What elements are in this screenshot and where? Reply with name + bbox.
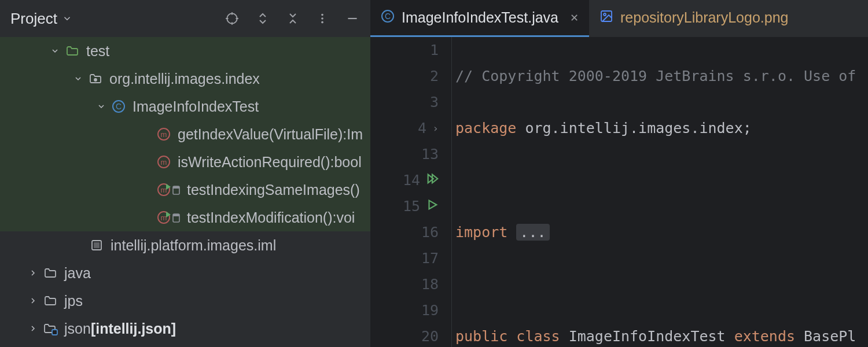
- gutter-row[interactable]: 4›: [370, 115, 444, 141]
- gutter-row[interactable]: 18: [370, 271, 444, 297]
- tree-item[interactable]: mtestIndexingSameImages(): [0, 176, 370, 204]
- tree-item[interactable]: misWriteActionRequired():bool: [0, 148, 370, 176]
- svg-point-7: [321, 21, 323, 24]
- line-number: 14: [403, 167, 420, 193]
- gutter-row[interactable]: 1: [370, 37, 444, 63]
- gutter-row[interactable]: 16: [370, 219, 444, 245]
- chevron-down-icon[interactable]: [95, 102, 107, 111]
- svg-point-32: [604, 13, 606, 16]
- tree-item-label: test: [86, 43, 109, 60]
- chevron-right-icon[interactable]: [27, 268, 39, 278]
- editor-tab[interactable]: CImageInfoIndexTest.java✕: [370, 0, 589, 37]
- tree-item-label: intellij.platform.images.iml: [111, 237, 276, 254]
- class-icon: C: [111, 99, 127, 113]
- line-number: 19: [421, 297, 439, 323]
- tree-item[interactable]: intellij.platform.images.iml: [0, 231, 370, 259]
- method-icon: m: [156, 155, 172, 169]
- gutter-row[interactable]: 17: [370, 245, 444, 271]
- tree-item-label: org.intellij.images.index: [109, 71, 260, 87]
- run-gutter-icon[interactable]: [426, 167, 439, 193]
- gutter-row[interactable]: 14: [370, 167, 444, 193]
- target-icon[interactable]: [225, 11, 240, 26]
- tree-item-label: testIndexingSameImages(): [187, 182, 360, 198]
- line-number: 4: [418, 115, 426, 141]
- gutter-row[interactable]: 19: [370, 297, 444, 323]
- fold-placeholder[interactable]: ...: [516, 224, 549, 241]
- tree-item[interactable]: json [intellij.json]: [0, 315, 370, 342]
- tree-item[interactable]: CImageInfoIndexTest: [0, 93, 370, 120]
- tree-item-module-label: [intellij.json]: [91, 320, 176, 337]
- editor-tabs: CImageInfoIndexTest.java✕repositoryLibra…: [370, 0, 868, 37]
- svg-text:m: m: [161, 213, 167, 222]
- tree-item-label: getIndexValue(VirtualFile):Im: [178, 126, 363, 143]
- svg-point-9: [94, 79, 97, 81]
- svg-rect-20: [173, 186, 179, 189]
- code-comment: // Copyright 2000-2019 JetBrains s.r.o. …: [455, 68, 856, 84]
- svg-rect-27: [94, 243, 99, 248]
- folder-module-icon: [42, 322, 58, 335]
- method-run-icon: m: [156, 183, 181, 197]
- iml-icon: [89, 238, 105, 252]
- folder-test-icon: [64, 44, 80, 58]
- tree-item[interactable]: mtestIndexModification():voi: [0, 204, 370, 231]
- svg-rect-28: [52, 330, 57, 335]
- project-sidebar: Project testorg.intellij.images.indexCIm…: [0, 0, 370, 347]
- svg-point-0: [227, 13, 237, 23]
- line-number: 1: [430, 37, 439, 63]
- collapse-icon[interactable]: [286, 12, 300, 25]
- chevron-down-icon: [62, 13, 72, 24]
- chevron-down-icon[interactable]: [72, 74, 84, 83]
- line-number: 17: [421, 245, 439, 271]
- sidebar-title-label: Project: [10, 10, 57, 28]
- editor-gutter[interactable]: 1234›1314151617181920: [370, 37, 451, 347]
- tree-item[interactable]: jps: [0, 287, 370, 315]
- tab-label: repositoryLibraryLogo.png: [620, 9, 788, 26]
- gutter-row[interactable]: 20: [370, 323, 444, 347]
- expand-icon[interactable]: [256, 12, 270, 25]
- package-icon: [87, 72, 104, 86]
- project-view-selector[interactable]: Project: [10, 10, 72, 28]
- svg-point-6: [321, 17, 323, 20]
- tree-item-label: json: [64, 320, 91, 337]
- line-number: 16: [421, 219, 439, 245]
- line-number: 18: [421, 271, 439, 297]
- svg-rect-25: [173, 214, 179, 216]
- svg-text:C: C: [116, 102, 122, 111]
- line-number: 3: [430, 89, 439, 115]
- line-number: 2: [430, 63, 439, 89]
- editor[interactable]: 1234›1314151617181920 // Copyright 2000-…: [370, 37, 868, 347]
- chevron-right-icon[interactable]: [27, 296, 39, 305]
- gutter-row[interactable]: 3: [370, 89, 444, 115]
- tree-item[interactable]: mgetIndexValue(VirtualFile):Im: [0, 120, 370, 148]
- line-number: 15: [403, 193, 420, 219]
- gutter-row[interactable]: 13: [370, 141, 444, 167]
- project-tree[interactable]: testorg.intellij.images.indexCImageInfoI…: [0, 37, 370, 347]
- class-icon: C: [381, 9, 395, 27]
- gutter-row[interactable]: 15: [370, 193, 444, 219]
- svg-text:m: m: [161, 130, 167, 139]
- folder-icon: [42, 266, 58, 280]
- tree-item-label: java: [64, 265, 91, 282]
- fold-icon[interactable]: ›: [432, 115, 439, 141]
- more-icon[interactable]: [316, 12, 329, 25]
- line-number: 20: [421, 323, 439, 347]
- chevron-down-icon[interactable]: [49, 46, 61, 56]
- tree-item[interactable]: test: [0, 37, 370, 65]
- svg-marker-35: [429, 201, 437, 209]
- tree-item[interactable]: java: [0, 259, 370, 287]
- tree-item-label: isWriteActionRequired():bool: [178, 154, 362, 171]
- editor-tab[interactable]: repositoryLibraryLogo.png: [589, 0, 799, 37]
- method-icon: m: [156, 127, 172, 141]
- gutter-row[interactable]: 2: [370, 63, 444, 89]
- line-number: 13: [421, 141, 439, 167]
- svg-text:C: C: [385, 12, 391, 21]
- chevron-right-icon[interactable]: [27, 324, 39, 333]
- run-gutter-icon[interactable]: [426, 193, 439, 219]
- editor-code[interactable]: // Copyright 2000-2019 JetBrains s.r.o. …: [451, 37, 868, 347]
- tree-item[interactable]: org.intellij.images.index: [0, 65, 370, 93]
- close-icon[interactable]: ✕: [570, 12, 579, 24]
- tree-item-label: ImageInfoIndexTest: [133, 98, 259, 115]
- svg-text:m: m: [161, 186, 167, 194]
- svg-point-5: [321, 14, 323, 16]
- minimize-icon[interactable]: [345, 11, 360, 26]
